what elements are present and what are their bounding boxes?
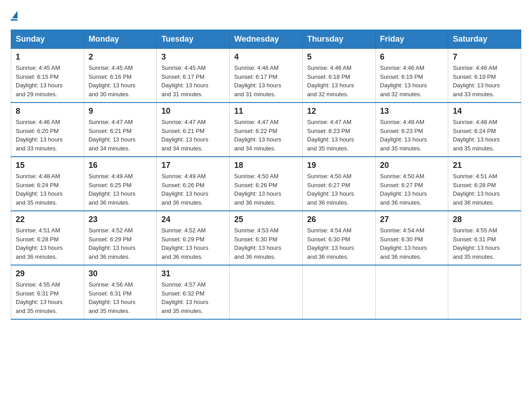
day-number: 26 <box>307 215 371 224</box>
calendar-day-cell: 2 Sunrise: 4:45 AM Sunset: 6:16 PM Dayli… <box>84 49 157 103</box>
day-info: Sunrise: 4:51 AM Sunset: 6:28 PM Dayligh… <box>453 172 516 207</box>
calendar-day-cell: 23 Sunrise: 4:52 AM Sunset: 6:29 PM Dayl… <box>84 211 157 265</box>
day-info: Sunrise: 4:52 AM Sunset: 6:29 PM Dayligh… <box>161 226 225 261</box>
logo-triangle-icon <box>12 11 17 18</box>
day-info: Sunrise: 4:46 AM Sunset: 6:18 PM Dayligh… <box>307 64 371 98</box>
day-number: 2 <box>89 52 152 62</box>
weekday-header-friday: Friday <box>375 30 448 49</box>
calendar-day-cell: 26 Sunrise: 4:54 AM Sunset: 6:30 PM Dayl… <box>302 211 375 265</box>
weekday-header-sunday: Sunday <box>11 30 84 49</box>
calendar-day-cell: 31 Sunrise: 4:57 AM Sunset: 6:32 PM Dayl… <box>157 265 230 319</box>
logo-underline <box>11 19 17 21</box>
day-number: 29 <box>16 269 79 278</box>
day-info: Sunrise: 4:52 AM Sunset: 6:29 PM Dayligh… <box>89 226 152 261</box>
day-info: Sunrise: 4:47 AM Sunset: 6:21 PM Dayligh… <box>89 118 152 153</box>
calendar-table: SundayMondayTuesdayWednesdayThursdayFrid… <box>11 30 521 320</box>
calendar-day-cell: 13 Sunrise: 4:48 AM Sunset: 6:23 PM Dayl… <box>375 103 448 157</box>
weekday-header-wednesday: Wednesday <box>230 30 303 49</box>
calendar-day-cell: 3 Sunrise: 4:45 AM Sunset: 6:17 PM Dayli… <box>157 49 230 103</box>
day-info: Sunrise: 4:48 AM Sunset: 6:23 PM Dayligh… <box>380 118 444 153</box>
day-number: 8 <box>16 107 79 116</box>
day-number: 7 <box>453 52 516 62</box>
day-info: Sunrise: 4:46 AM Sunset: 6:19 PM Dayligh… <box>380 64 444 98</box>
calendar-day-cell: 29 Sunrise: 4:55 AM Sunset: 6:31 PM Dayl… <box>11 265 84 319</box>
calendar-week-row: 22 Sunrise: 4:51 AM Sunset: 6:28 PM Dayl… <box>11 211 521 265</box>
day-number: 31 <box>161 269 225 278</box>
day-info: Sunrise: 4:47 AM Sunset: 6:23 PM Dayligh… <box>307 118 371 153</box>
day-number: 21 <box>453 161 516 170</box>
calendar-day-cell: 25 Sunrise: 4:53 AM Sunset: 6:30 PM Dayl… <box>230 211 303 265</box>
weekday-header-tuesday: Tuesday <box>157 30 230 49</box>
day-info: Sunrise: 4:46 AM Sunset: 6:17 PM Dayligh… <box>234 64 298 98</box>
day-number: 18 <box>234 161 298 170</box>
day-info: Sunrise: 4:50 AM Sunset: 6:27 PM Dayligh… <box>380 172 444 207</box>
day-info: Sunrise: 4:57 AM Sunset: 6:32 PM Dayligh… <box>161 280 225 315</box>
page-header <box>11 11 521 21</box>
day-info: Sunrise: 4:55 AM Sunset: 6:31 PM Dayligh… <box>16 280 79 315</box>
calendar-day-cell: 18 Sunrise: 4:50 AM Sunset: 6:26 PM Dayl… <box>230 157 303 211</box>
calendar-day-cell: 14 Sunrise: 4:48 AM Sunset: 6:24 PM Dayl… <box>448 103 521 157</box>
calendar-day-cell: 19 Sunrise: 4:50 AM Sunset: 6:27 PM Dayl… <box>302 157 375 211</box>
day-info: Sunrise: 4:51 AM Sunset: 6:28 PM Dayligh… <box>16 226 79 261</box>
calendar-header-row: SundayMondayTuesdayWednesdayThursdayFrid… <box>11 30 521 49</box>
day-info: Sunrise: 4:47 AM Sunset: 6:22 PM Dayligh… <box>234 118 298 153</box>
calendar-day-cell: 8 Sunrise: 4:46 AM Sunset: 6:20 PM Dayli… <box>11 103 84 157</box>
calendar-day-cell: 21 Sunrise: 4:51 AM Sunset: 6:28 PM Dayl… <box>448 157 521 211</box>
day-number: 20 <box>380 161 444 170</box>
day-info: Sunrise: 4:53 AM Sunset: 6:30 PM Dayligh… <box>234 226 298 261</box>
day-number: 3 <box>161 52 225 62</box>
day-number: 5 <box>307 52 371 62</box>
logo <box>11 11 17 21</box>
day-info: Sunrise: 4:54 AM Sunset: 6:30 PM Dayligh… <box>380 226 444 261</box>
calendar-day-cell: 15 Sunrise: 4:48 AM Sunset: 6:24 PM Dayl… <box>11 157 84 211</box>
calendar-week-row: 15 Sunrise: 4:48 AM Sunset: 6:24 PM Dayl… <box>11 157 521 211</box>
calendar-day-cell: 22 Sunrise: 4:51 AM Sunset: 6:28 PM Dayl… <box>11 211 84 265</box>
calendar-day-cell <box>302 265 375 319</box>
day-info: Sunrise: 4:48 AM Sunset: 6:24 PM Dayligh… <box>16 172 79 207</box>
calendar-day-cell: 11 Sunrise: 4:47 AM Sunset: 6:22 PM Dayl… <box>230 103 303 157</box>
calendar-day-cell: 6 Sunrise: 4:46 AM Sunset: 6:19 PM Dayli… <box>375 49 448 103</box>
day-number: 4 <box>234 52 298 62</box>
calendar-day-cell: 28 Sunrise: 4:55 AM Sunset: 6:31 PM Dayl… <box>448 211 521 265</box>
calendar-week-row: 8 Sunrise: 4:46 AM Sunset: 6:20 PM Dayli… <box>11 103 521 157</box>
calendar-day-cell <box>230 265 303 319</box>
day-number: 22 <box>16 215 79 224</box>
calendar-day-cell: 17 Sunrise: 4:49 AM Sunset: 6:26 PM Dayl… <box>157 157 230 211</box>
day-number: 25 <box>234 215 298 224</box>
calendar-week-row: 29 Sunrise: 4:55 AM Sunset: 6:31 PM Dayl… <box>11 265 521 319</box>
weekday-header-thursday: Thursday <box>302 30 375 49</box>
calendar-day-cell: 16 Sunrise: 4:49 AM Sunset: 6:25 PM Dayl… <box>84 157 157 211</box>
day-number: 15 <box>16 161 79 170</box>
calendar-day-cell: 9 Sunrise: 4:47 AM Sunset: 6:21 PM Dayli… <box>84 103 157 157</box>
day-number: 12 <box>307 107 371 116</box>
day-number: 9 <box>89 107 152 116</box>
calendar-day-cell: 12 Sunrise: 4:47 AM Sunset: 6:23 PM Dayl… <box>302 103 375 157</box>
day-info: Sunrise: 4:46 AM Sunset: 6:20 PM Dayligh… <box>16 118 79 153</box>
day-info: Sunrise: 4:55 AM Sunset: 6:31 PM Dayligh… <box>453 226 516 261</box>
weekday-header-monday: Monday <box>84 30 157 49</box>
calendar-day-cell: 24 Sunrise: 4:52 AM Sunset: 6:29 PM Dayl… <box>157 211 230 265</box>
calendar-day-cell: 20 Sunrise: 4:50 AM Sunset: 6:27 PM Dayl… <box>375 157 448 211</box>
calendar-day-cell: 30 Sunrise: 4:56 AM Sunset: 6:31 PM Dayl… <box>84 265 157 319</box>
weekday-header-saturday: Saturday <box>448 30 521 49</box>
calendar-day-cell <box>448 265 521 319</box>
day-info: Sunrise: 4:45 AM Sunset: 6:16 PM Dayligh… <box>89 64 152 98</box>
day-number: 6 <box>380 52 444 62</box>
day-number: 30 <box>89 269 152 278</box>
day-info: Sunrise: 4:56 AM Sunset: 6:31 PM Dayligh… <box>89 280 152 315</box>
calendar-day-cell: 7 Sunrise: 4:46 AM Sunset: 6:19 PM Dayli… <box>448 49 521 103</box>
day-number: 17 <box>161 161 225 170</box>
day-number: 10 <box>161 107 225 116</box>
day-info: Sunrise: 4:50 AM Sunset: 6:26 PM Dayligh… <box>234 172 298 207</box>
day-info: Sunrise: 4:49 AM Sunset: 6:25 PM Dayligh… <box>89 172 152 207</box>
calendar-day-cell: 4 Sunrise: 4:46 AM Sunset: 6:17 PM Dayli… <box>230 49 303 103</box>
calendar-day-cell: 27 Sunrise: 4:54 AM Sunset: 6:30 PM Dayl… <box>375 211 448 265</box>
calendar-day-cell <box>375 265 448 319</box>
day-info: Sunrise: 4:49 AM Sunset: 6:26 PM Dayligh… <box>161 172 225 207</box>
day-number: 19 <box>307 161 371 170</box>
day-number: 13 <box>380 107 444 116</box>
calendar-day-cell: 10 Sunrise: 4:47 AM Sunset: 6:21 PM Dayl… <box>157 103 230 157</box>
day-number: 27 <box>380 215 444 224</box>
calendar-week-row: 1 Sunrise: 4:45 AM Sunset: 6:15 PM Dayli… <box>11 49 521 103</box>
day-info: Sunrise: 4:48 AM Sunset: 6:24 PM Dayligh… <box>453 118 516 153</box>
